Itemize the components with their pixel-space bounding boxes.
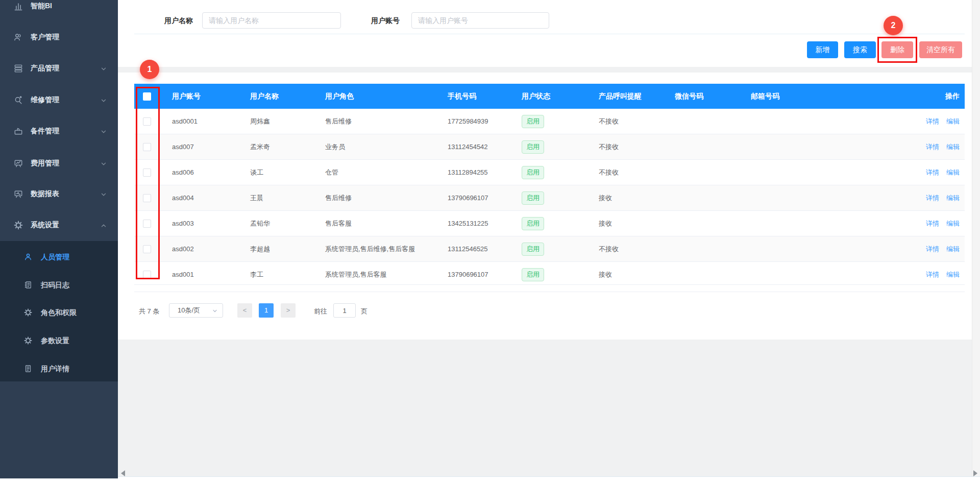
sidebar-item-scan-log[interactable]: 扫码日志 xyxy=(0,274,118,296)
cell-role: 系统管理员,售后维修,售后客服 xyxy=(313,236,435,262)
row-checkbox[interactable] xyxy=(143,271,151,279)
chevron-down-icon xyxy=(100,191,107,198)
sidebar-item-label: 维修管理 xyxy=(31,95,59,105)
clear-all-button[interactable]: 清空所有 xyxy=(919,41,962,58)
cell-phone: 13112894255 xyxy=(435,160,509,185)
gear-icon xyxy=(13,220,23,230)
sidebar-item-label: 参数设置 xyxy=(41,336,69,346)
sidebar-item-roles-permissions[interactable]: 角色和权限 xyxy=(0,301,118,324)
cell-account: asd003 xyxy=(160,211,238,236)
sidebar-item-label: 客户管理 xyxy=(31,33,59,42)
sidebar-item-products[interactable]: 产品管理 xyxy=(0,57,118,80)
detail-link[interactable]: 详情 xyxy=(926,143,939,151)
sidebar-item-label: 扫码日志 xyxy=(41,281,69,290)
document-icon xyxy=(23,364,33,373)
cell-wechat xyxy=(663,160,739,185)
row-checkbox[interactable] xyxy=(143,194,151,202)
detail-link[interactable]: 详情 xyxy=(926,194,939,202)
detail-link[interactable]: 详情 xyxy=(926,220,939,227)
chevron-down-icon xyxy=(100,97,107,104)
status-badge: 启用 xyxy=(522,191,544,205)
row-checkbox[interactable] xyxy=(143,168,151,177)
cell-product-call: 不接收 xyxy=(586,134,663,160)
cell-role: 售后维修 xyxy=(313,109,435,134)
search-button[interactable]: 搜索 xyxy=(844,41,876,58)
sidebar-item-label: 费用管理 xyxy=(31,159,59,168)
sidebar-item-spare-parts[interactable]: 备件管理 xyxy=(0,120,118,142)
previous-page-button[interactable]: < xyxy=(237,303,252,318)
sidebar-item-expense[interactable]: 费用管理 xyxy=(0,152,118,175)
customers-icon xyxy=(13,32,23,42)
detail-link[interactable]: 详情 xyxy=(926,168,939,176)
detail-link[interactable]: 详情 xyxy=(926,117,939,125)
settings-submenu: 人员管理 扫码日志 角色和权限 参数设置 xyxy=(0,241,118,381)
page-size-select[interactable]: 10条/页 xyxy=(169,303,223,318)
expense-icon xyxy=(13,158,23,168)
cell-wechat xyxy=(663,211,739,236)
cell-name: 王晨 xyxy=(238,185,313,211)
add-button[interactable]: 新增 xyxy=(807,41,838,58)
sidebar-item-settings[interactable]: 系统设置 xyxy=(0,214,118,236)
goto-page-input[interactable] xyxy=(333,303,356,318)
edit-link[interactable]: 编辑 xyxy=(946,271,960,278)
cell-wechat xyxy=(663,236,739,262)
status-badge: 启用 xyxy=(522,166,544,179)
sidebar-item-repair[interactable]: 维修管理 xyxy=(0,89,118,111)
table-row: asd003 孟铅华 售后客服 13425131225 启用 接收 详情编辑 xyxy=(134,211,965,236)
column-header-status: 用户状态 xyxy=(509,84,586,109)
cell-name: 孟米奇 xyxy=(238,134,313,160)
status-badge: 启用 xyxy=(522,140,544,154)
row-checkbox[interactable] xyxy=(143,245,151,253)
cell-email xyxy=(739,109,815,134)
notebook-icon xyxy=(23,280,33,290)
sidebar-item-bi[interactable]: 智能BI xyxy=(0,0,118,17)
edit-link[interactable]: 编辑 xyxy=(946,168,960,176)
column-header-role: 用户角色 xyxy=(313,84,435,109)
cell-account: asd007 xyxy=(160,134,238,160)
products-icon xyxy=(13,63,23,74)
cell-name: 周炜鑫 xyxy=(238,109,313,134)
vertical-scrollbar[interactable] xyxy=(972,0,980,476)
chevron-down-icon xyxy=(100,160,107,167)
page-size-value: 10条/页 xyxy=(178,306,200,314)
cell-email xyxy=(739,160,815,185)
user-name-input[interactable] xyxy=(202,12,341,29)
detail-link[interactable]: 详情 xyxy=(926,245,939,253)
edit-link[interactable]: 编辑 xyxy=(946,220,960,227)
edit-link[interactable]: 编辑 xyxy=(946,143,960,151)
status-badge: 启用 xyxy=(522,268,544,281)
sidebar-item-user-details[interactable]: 用户详情 xyxy=(0,357,118,380)
row-checkbox[interactable] xyxy=(143,143,151,151)
scroll-right-arrow-icon[interactable] xyxy=(973,470,977,476)
delete-button[interactable]: 删除 xyxy=(881,41,913,58)
user-account-input[interactable] xyxy=(411,12,549,29)
cell-name: 孟铅华 xyxy=(238,211,313,236)
edit-link[interactable]: 编辑 xyxy=(946,117,960,125)
page-number-button[interactable]: 1 xyxy=(259,303,274,318)
sidebar-item-staff-management[interactable]: 人员管理 xyxy=(0,246,118,268)
row-checkbox[interactable] xyxy=(143,220,151,228)
cell-email xyxy=(739,134,815,160)
chevron-down-icon xyxy=(100,65,107,73)
cell-wechat xyxy=(663,134,739,160)
sidebar-item-label: 产品管理 xyxy=(31,64,59,73)
table-row: asd002 李超越 系统管理员,售后维修,售后客服 13112546525 启… xyxy=(134,236,965,262)
row-checkbox[interactable] xyxy=(143,117,151,126)
next-page-button[interactable]: > xyxy=(281,303,296,318)
sidebar-item-label: 人员管理 xyxy=(41,253,69,262)
table-row: asd007 孟米奇 业务员 13112454542 启用 不接收 详情编辑 xyxy=(134,134,965,160)
column-header-phone: 手机号码 xyxy=(435,84,509,109)
sidebar-item-parameter-settings[interactable]: 参数设置 xyxy=(0,329,118,352)
scroll-left-arrow-icon[interactable] xyxy=(121,470,125,476)
sidebar-item-label: 备件管理 xyxy=(31,127,59,136)
column-header-account: 用户账号 xyxy=(160,84,238,109)
cell-wechat xyxy=(663,109,739,134)
detail-link[interactable]: 详情 xyxy=(926,271,939,278)
edit-link[interactable]: 编辑 xyxy=(946,194,960,202)
edit-link[interactable]: 编辑 xyxy=(946,245,960,253)
sidebar: 智能BI 客户管理 产品管理 维修管理 xyxy=(0,0,118,478)
sidebar-item-customers[interactable]: 客户管理 xyxy=(0,26,118,49)
status-badge: 启用 xyxy=(522,243,544,256)
sidebar-item-reports[interactable]: 数据报表 xyxy=(0,183,118,205)
select-all-checkbox[interactable] xyxy=(143,92,151,101)
